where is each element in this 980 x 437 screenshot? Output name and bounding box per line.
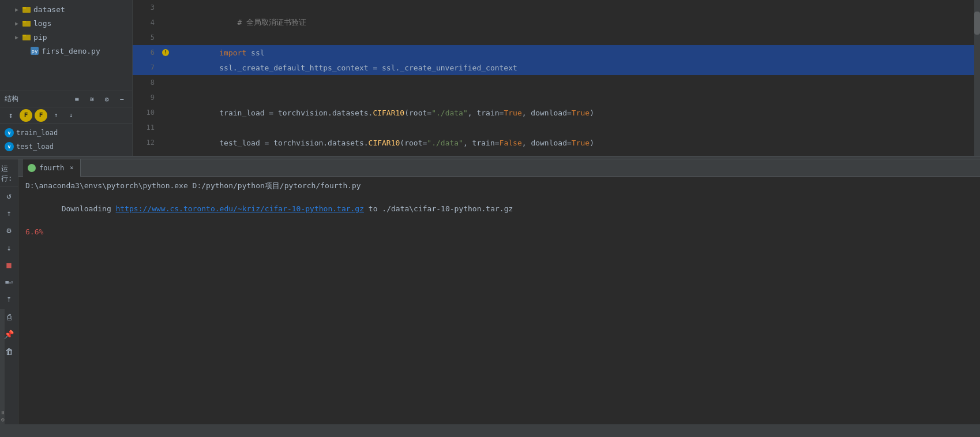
run-label: 运行: [1, 164, 17, 184]
comma2-12: , [522, 139, 531, 147]
line-content-4[interactable]: # 全局取消证书验证 [171, 9, 980, 36]
struct-label-test-load: test_load [16, 143, 54, 151]
line-number-4: 4 [133, 18, 162, 27]
line-content-12[interactable]: test_load = torchvision.datasets.CIFAR10… [171, 130, 980, 156]
gutter-8 [162, 79, 170, 87]
folder-icon-dataset [22, 5, 31, 14]
cifar-args-12: ( [400, 139, 404, 147]
output-line-1: D:\anaconda3\envs\pytorch\python.exe D:/… [25, 180, 973, 192]
run-tab-label-fourth: fourth [39, 164, 64, 172]
line-number-8: 8 [133, 79, 162, 87]
output-line-2: Downloading https://www.cs.toronto.edu/~… [25, 192, 973, 226]
scroll-down-button[interactable]: ↓ [1, 240, 17, 256]
structure-toolbar: ↕ F F ↑ ↓ [0, 107, 132, 124]
paren-close-12: ) [589, 139, 594, 147]
run-output: D:\anaconda3\envs\pytorch\python.exe D:/… [18, 177, 980, 437]
tree-item-pip[interactable]: ▶ pip [0, 30, 132, 44]
line-number-6: 6 [133, 48, 162, 57]
tree-item-label-dataset: dataset [33, 5, 65, 14]
string-data-12: "./data" [427, 139, 463, 147]
folder-icon-logs [22, 18, 31, 28]
struct-item-test-load[interactable]: v test_load [0, 140, 132, 154]
run-tab-bar: fourth × [18, 159, 980, 177]
gutter-4 [162, 18, 170, 27]
settings-run-button[interactable]: ⚙ [1, 222, 17, 238]
param-train-12: train= [472, 139, 500, 147]
code-editor: 3 4 # 全局取消证书验证 5 6 [133, 0, 980, 156]
line-number-11: 11 [133, 124, 162, 132]
stop-button[interactable]: ■ [1, 257, 17, 273]
val-true2-12: True [572, 139, 589, 147]
code-line-7: 7 ssl._create_default_https_context = ss… [133, 60, 980, 75]
output-downloading-label: Downloading [62, 204, 116, 213]
gutter-6: ! [162, 48, 170, 57]
line-number-3: 3 [133, 3, 162, 12]
sort-alpha-button[interactable]: ≡ [71, 94, 82, 105]
file-tree: ▶ dataset ▶ logs [0, 0, 132, 91]
scrollbar-thumb[interactable] [974, 12, 980, 35]
line-number-10: 10 [133, 109, 162, 117]
filter-v-button[interactable]: F [35, 109, 47, 122]
string-data-10: "./data" [431, 109, 468, 117]
run-section: 运行: ↺ ↑ ⚙ ↓ ■ ≡⏎ ⤒ ⎙ 📌 🗑 fourth × D:\ana… [0, 159, 980, 437]
scroll-up-button[interactable]: ↑ [1, 205, 17, 221]
wrap-lines-button[interactable]: ≡⏎ [1, 274, 17, 290]
line-number-12: 12 [133, 139, 162, 147]
run-tab-close-fourth[interactable]: × [67, 164, 76, 172]
param-dl-12: download= [531, 139, 571, 147]
expand-all-button[interactable]: ↑ [50, 109, 62, 122]
collapse-all-button[interactable]: ↓ [65, 109, 77, 122]
collapse-button[interactable]: − [116, 94, 127, 105]
param-root-12: root= [404, 139, 427, 147]
gutter-12 [162, 139, 170, 147]
cifar-func-12: CIFAR10 [369, 139, 400, 147]
line-number-7: 7 [133, 64, 162, 72]
svg-text:py: py [32, 48, 38, 54]
tree-item-first-demo[interactable]: ▶ py first_demo.py [0, 44, 132, 58]
tree-item-dataset[interactable]: ▶ dataset [0, 2, 132, 16]
svg-rect-5 [22, 35, 26, 36]
sort-down-button[interactable]: ↕ [5, 109, 17, 122]
val-false-12: False [500, 139, 522, 147]
line-content-10[interactable]: train_load = torchvision.datasets.CIFAR1… [171, 100, 980, 126]
struct-label-train-load: train_load [16, 129, 58, 137]
gutter-5 [162, 33, 170, 42]
comment-span-4: # 全局取消证书验证 [219, 18, 306, 27]
scroll-to-end-button[interactable]: ⤒ [1, 292, 17, 308]
run-tab-fourth[interactable]: fourth × [23, 159, 81, 177]
param-train: train= [472, 109, 504, 117]
val-true-10: True [504, 109, 521, 117]
rerun-button[interactable]: ↺ [1, 188, 17, 204]
gutter-7 [162, 64, 170, 72]
struct-badge-v-test: v [5, 142, 14, 151]
output-download-link[interactable]: https://www.cs.toronto.edu/~kriz/cifar-1… [116, 204, 364, 213]
gutter-10 [162, 109, 170, 117]
editor-scrollbar[interactable] [974, 0, 980, 156]
paren-close-10: ) [589, 109, 594, 117]
code-line-4: 4 # 全局取消证书验证 [133, 15, 980, 30]
status-bar [0, 424, 980, 437]
cifar-args-10: ( [404, 109, 409, 117]
tree-item-logs[interactable]: ▶ logs [0, 16, 132, 30]
arrow-icon: ▶ [13, 5, 21, 13]
output-progress-line: 6.6% [25, 226, 973, 238]
warning-icon-6: ! [162, 49, 169, 56]
settings-button[interactable]: ⚙ [101, 94, 112, 105]
editor-content: 3 4 # 全局取消证书验证 5 6 [133, 0, 980, 156]
line-content-7[interactable]: ssl._create_default_https_context = ssl.… [171, 55, 980, 81]
far-left-bottom-bar: ≡ ⚙ [0, 309, 5, 424]
structure-header: 结构 ≡ ≋ ⚙ − [0, 91, 132, 107]
ssl-context-code: ssl._create_default_https_context = ssl.… [219, 64, 517, 72]
bottom-left-label-1: ≡ [0, 410, 6, 416]
struct-item-train-load[interactable]: v train_load [0, 126, 132, 140]
struct-badge-v-train: v [5, 128, 14, 137]
comma-12: , [463, 139, 472, 147]
tree-item-label-pip: pip [33, 33, 47, 42]
code-line-12: 12 test_load = torchvision.datasets.CIFA… [133, 135, 980, 150]
tree-item-label-first-demo: first_demo.py [42, 47, 100, 55]
sort-type-button[interactable]: ≋ [86, 94, 97, 105]
line-number-9: 9 [133, 94, 162, 102]
gutter-9 [162, 94, 170, 102]
comma2-10: , [522, 109, 527, 117]
filter-f-button[interactable]: F [20, 109, 32, 122]
